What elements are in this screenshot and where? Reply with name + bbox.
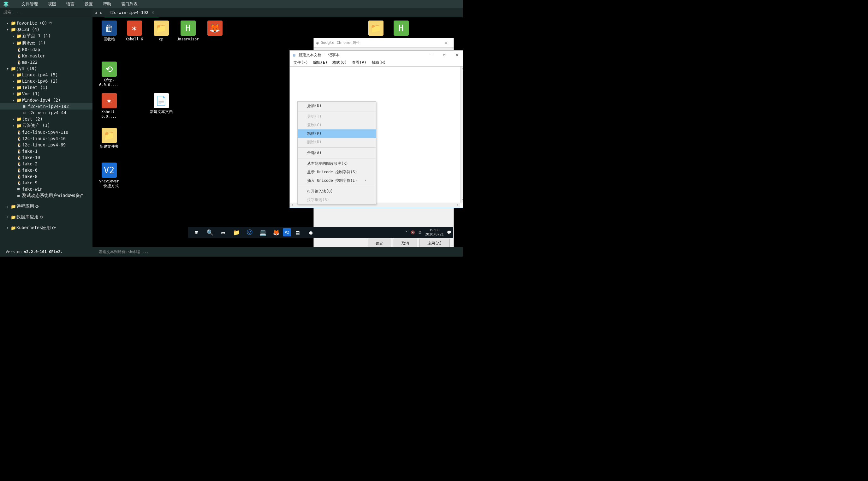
- taskbar-clock[interactable]: 15:00 2020/8/21: [425, 228, 444, 236]
- chevron-icon[interactable]: ›: [6, 204, 9, 209]
- tab-active[interactable]: f2c-win-ipv4-192 ×: [104, 8, 159, 18]
- desktop-icon[interactable]: HJmservisor: [176, 21, 200, 42]
- tree-item[interactable]: 🐧fake-2: [0, 161, 92, 167]
- scroll-right-icon[interactable]: ▸: [455, 203, 460, 208]
- tree-item[interactable]: ›📁Kubernetes应用 ⟳: [0, 224, 92, 231]
- taskview-icon[interactable]: ▭: [217, 227, 230, 237]
- desktop-icon[interactable]: 🗑回收站: [97, 21, 121, 42]
- tree-item[interactable]: 🐧fake-1: [0, 148, 92, 154]
- menu-帮助[interactable]: 帮助: [98, 0, 116, 8]
- maximize-icon[interactable]: ☐: [438, 51, 451, 59]
- tree-item[interactable]: ›📁数据库应用 ⟳: [0, 214, 92, 221]
- tree-item[interactable]: 🐧fake-6: [0, 167, 92, 173]
- chevron-icon[interactable]: ›: [6, 225, 9, 230]
- context-menu-item[interactable]: 打开输入法(O): [298, 187, 376, 196]
- tray-lang[interactable]: 英: [418, 230, 422, 235]
- tree-item[interactable]: ▾📁Window-ipv4 (2): [0, 97, 92, 103]
- refresh-icon[interactable]: ⟳: [40, 215, 43, 220]
- minimize-icon[interactable]: —: [426, 51, 438, 59]
- desktop-icon[interactable]: 📄新建文本文档: [149, 93, 173, 114]
- firefox-icon[interactable]: 🦊: [270, 227, 283, 237]
- tree-item[interactable]: ▾📁Qa123 (4): [0, 26, 92, 33]
- menu-窗口列表[interactable]: 窗口列表: [116, 0, 143, 8]
- chevron-icon[interactable]: ›: [6, 215, 9, 220]
- desktop-icon[interactable]: ✶Xshell 6: [122, 21, 146, 42]
- tree-item[interactable]: 🐧ms-122: [0, 59, 92, 65]
- desktop-icon[interactable]: V2vncviewer - 快捷方式: [97, 163, 121, 188]
- notepad-menu-item[interactable]: 查看(V): [349, 59, 369, 66]
- tree-item[interactable]: 🐧f2c-linux-ipv4-110: [0, 129, 92, 135]
- dialog-close-icon[interactable]: ✕: [441, 40, 451, 45]
- tree-item[interactable]: ⊞f2c-win-ipv4-44: [0, 109, 92, 116]
- tree-item[interactable]: ›📁Linux-ipv6 (2): [0, 78, 92, 84]
- notepad-menu-item[interactable]: 格式(O): [330, 59, 349, 66]
- notepad-menu-item[interactable]: 文件(F): [291, 59, 311, 66]
- tray-chevron-icon[interactable]: ^: [406, 230, 408, 234]
- desktop-icon[interactable]: ⟲Xftp-6.0.0....: [97, 62, 121, 88]
- tree-item[interactable]: 🐧Ko-master: [0, 53, 92, 59]
- explorer-icon[interactable]: 📁: [230, 227, 243, 237]
- tree-item[interactable]: ⊞测试动态系统用户windows资产: [0, 192, 92, 199]
- tree-item[interactable]: 🐧fake-9: [0, 180, 92, 186]
- desktop-icon[interactable]: ✶Xshell-6.0....: [97, 93, 121, 119]
- scroll-down-icon[interactable]: ▾: [461, 198, 463, 203]
- context-menu-item[interactable]: 从右到左的阅读顺序(R): [298, 159, 376, 168]
- scroll-left-icon[interactable]: ◂: [290, 203, 295, 208]
- tree-item[interactable]: 🐧K0-ldap: [0, 46, 92, 53]
- tree-item[interactable]: ›📁新节点 1 (1): [0, 33, 92, 39]
- tree-item[interactable]: ›📁Telnet (1): [0, 84, 92, 91]
- chevron-icon[interactable]: ›: [11, 85, 15, 90]
- tree-item[interactable]: ›📁远程应用 ⟳: [0, 203, 92, 210]
- chevron-icon[interactable]: ›: [11, 91, 15, 96]
- menu-设置[interactable]: 设置: [80, 0, 98, 8]
- tree-item[interactable]: ▾📁favorite (0) ⟳: [0, 20, 92, 26]
- tree-item[interactable]: ⊞f2c-win-ipv4-192: [0, 103, 92, 109]
- tree-item[interactable]: 🐧f2c-linux-ipv4-69: [0, 142, 92, 148]
- desktop-icon[interactable]: 📁新建文件夹: [97, 128, 121, 149]
- chevron-icon[interactable]: ▾: [6, 21, 9, 26]
- chevron-icon[interactable]: ›: [11, 40, 15, 45]
- refresh-icon[interactable]: ⟳: [35, 204, 39, 209]
- desktop-icon[interactable]: 🦊: [203, 21, 227, 37]
- remote-desktop-area[interactable]: 🗑回收站✶Xshell 6📁cpHJmservisor🦊⟲Xftp-6.0.0.…: [92, 18, 463, 247]
- ie-icon[interactable]: ⓔ: [243, 227, 256, 237]
- nav-forward-icon[interactable]: ▶: [99, 9, 103, 16]
- tree-item[interactable]: ›📁test (2): [0, 116, 92, 122]
- tree-item[interactable]: ›📁腾讯云 (1): [0, 39, 92, 46]
- start-icon[interactable]: ⊞: [190, 227, 203, 237]
- tree-item[interactable]: ▾📁jym (19): [0, 65, 92, 72]
- menu-语言[interactable]: 语言: [61, 0, 80, 8]
- chevron-icon[interactable]: ›: [11, 78, 15, 84]
- chevron-icon[interactable]: ›: [11, 72, 15, 77]
- context-menu-item[interactable]: 全选(A): [298, 149, 376, 157]
- chrome-taskbar-icon[interactable]: ◉: [304, 227, 317, 237]
- chevron-icon[interactable]: ▾: [6, 27, 9, 32]
- notepad-taskbar-icon[interactable]: ▤: [291, 227, 304, 237]
- tree-item[interactable]: 🐧fake-8: [0, 173, 92, 180]
- chevron-icon[interactable]: ▾: [11, 98, 15, 103]
- laptop-icon[interactable]: 💻: [256, 227, 270, 237]
- tab-close-icon[interactable]: ×: [152, 10, 154, 15]
- chevron-icon[interactable]: ›: [11, 123, 15, 128]
- refresh-icon[interactable]: ⟳: [52, 225, 56, 230]
- tree-item[interactable]: ⊞fake-win: [0, 186, 92, 192]
- context-menu-item[interactable]: 撤消(U): [298, 102, 376, 110]
- scrollbar-vertical[interactable]: ▴ ▾: [460, 67, 463, 203]
- chevron-icon[interactable]: ›: [11, 33, 15, 38]
- desktop-icon[interactable]: 📁cp: [149, 21, 173, 42]
- context-menu-item[interactable]: 粘贴(P): [298, 129, 376, 138]
- search-icon[interactable]: 🔍: [203, 227, 217, 237]
- vnc-icon[interactable]: V2: [283, 228, 291, 236]
- tree-item[interactable]: ›📁Linux-ipv4 (5): [0, 72, 92, 78]
- close-icon[interactable]: ✕: [451, 51, 463, 59]
- tree-item[interactable]: ›📁Vnc (1): [0, 91, 92, 97]
- search-input[interactable]: 搜索 ...: [0, 8, 92, 18]
- tree-item[interactable]: ›📁云管资产 (1): [0, 122, 92, 129]
- tray-volume-icon[interactable]: 🔇: [411, 230, 415, 234]
- menu-文件管理[interactable]: 文件管理: [17, 0, 43, 8]
- context-menu-item[interactable]: 插入 Unicode 控制字符(I)›: [298, 177, 376, 185]
- notifications-icon[interactable]: 💬: [447, 230, 452, 234]
- refresh-icon[interactable]: ⟳: [49, 21, 52, 26]
- notepad-menu-item[interactable]: 帮助(H): [369, 59, 389, 66]
- desktop-icon[interactable]: 📁: [364, 21, 388, 37]
